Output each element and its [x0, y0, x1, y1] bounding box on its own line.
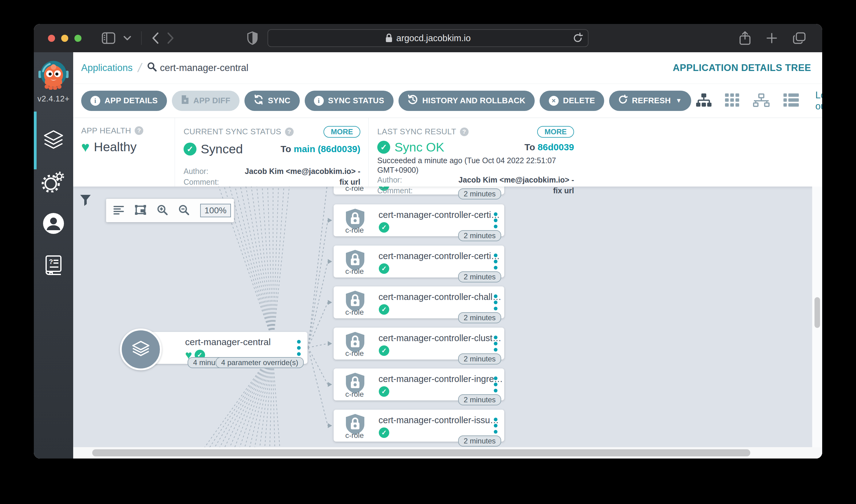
resource-name: cert-manager-controller-ingre…	[378, 374, 503, 384]
resource-kind-label: c-role	[343, 431, 366, 440]
sidebar-item-applications[interactable]	[34, 120, 73, 161]
chevron-down-icon: ▼	[676, 97, 682, 104]
app-toolbar: i APP DETAILS APP DIFF SYNC i	[73, 84, 822, 118]
breadcrumb-applications-link[interactable]: Applications	[81, 62, 132, 73]
vertical-scrollbar-thumb[interactable]	[815, 297, 820, 328]
sidebar-item-settings[interactable]	[34, 161, 73, 203]
fit-to-screen-icon[interactable]	[135, 205, 146, 216]
app-diff-button[interactable]: APP DIFF	[172, 91, 239, 111]
chevron-down-icon[interactable]	[123, 36, 131, 40]
refresh-button[interactable]: REFRESH ▼	[609, 91, 691, 111]
resource-tree-canvas[interactable]: 100% cert-manager-central ♥ ✓ 4 minutes …	[73, 186, 822, 447]
gear-icon	[41, 171, 66, 194]
last-sync-more-button[interactable]: MORE	[537, 126, 574, 138]
resource-name: cert-manager-controller-certi…	[378, 251, 500, 261]
resource-node-card[interactable]: cert-manager-controller-certi… ✓ c-role …	[334, 204, 504, 236]
help-icon[interactable]: ?	[285, 128, 293, 136]
age-badge: 2 minutes	[458, 435, 501, 447]
age-badge: 2 minutes	[458, 394, 501, 406]
last-sync-label: LAST SYNC RESULT	[377, 127, 456, 137]
reload-icon[interactable]	[572, 33, 583, 43]
delete-button[interactable]: × DELETE	[540, 91, 604, 111]
forward-icon[interactable]	[167, 32, 174, 44]
synced-check-icon: ✓	[379, 345, 389, 356]
author-row: Author: Jacob Kim <me@jacobkim.io> -	[377, 176, 574, 184]
history-rollback-button[interactable]: HISTORY AND ROLLBACK	[398, 91, 535, 111]
app-details-button[interactable]: i APP DETAILS	[81, 91, 167, 111]
svg-text:?: ?	[49, 258, 53, 266]
version-label: v2.4.12+	[37, 94, 70, 104]
resource-kind-label: c-role	[343, 226, 366, 234]
sync-more-button[interactable]: MORE	[323, 126, 360, 138]
logout-link[interactable]: Log out	[816, 90, 822, 112]
share-icon[interactable]	[739, 31, 751, 45]
address-bar[interactable]: argocd.jacobkim.io	[268, 29, 588, 47]
resource-kind-label: c-role	[343, 390, 366, 399]
back-icon[interactable]	[151, 32, 159, 44]
kebab-menu-icon[interactable]	[494, 254, 498, 270]
current-sync-section: CURRENT SYNC STATUS ? MORE ✓ Synced To m…	[175, 118, 368, 186]
grid-view-icon[interactable]	[725, 93, 739, 108]
author-row: Author: Jacob Kim <me@jacobkim.io> -	[183, 167, 360, 176]
sidebar-item-help[interactable]: ?	[34, 245, 73, 287]
resource-node-card[interactable]: cert-manager-controller-chall… ✓ c-role …	[334, 286, 504, 318]
resource-name: cert-manager-controller-chall…	[378, 292, 501, 302]
zoom-level-value[interactable]: 100%	[200, 204, 231, 217]
zoom-in-icon[interactable]	[157, 205, 167, 216]
sidebar-toggle-icon[interactable]	[102, 32, 115, 44]
zoom-window-button[interactable]	[74, 35, 82, 42]
override-badge: 4 parameter override(s)	[216, 357, 304, 368]
sync-value: Synced	[201, 142, 243, 157]
kebab-menu-icon[interactable]	[494, 294, 498, 310]
diff-file-icon	[181, 95, 189, 107]
desktop-background: argocd.jacobkim.io	[0, 0, 856, 504]
resource-name: cert-manager-controller-clust…	[378, 333, 501, 343]
help-icon[interactable]: ?	[135, 126, 143, 135]
sync-revision-link[interactable]: main (86d0039)	[293, 144, 360, 154]
resource-node-card[interactable]: cert-manager-controller-clust… ✓ c-role …	[334, 328, 504, 360]
url-text: argocd.jacobkim.io	[396, 33, 471, 43]
new-tab-icon[interactable]	[766, 33, 777, 43]
sync-button[interactable]: SYNC	[245, 91, 300, 111]
close-window-button[interactable]	[48, 35, 55, 42]
history-icon	[408, 95, 418, 107]
info-icon: i	[90, 96, 100, 106]
help-icon[interactable]: ?	[460, 128, 468, 136]
horizontal-scrollbar-thumb[interactable]	[92, 449, 750, 456]
last-sync-revision-link[interactable]: 86d0039	[538, 142, 574, 152]
breadcrumb-separator: /	[137, 61, 143, 75]
sync-status-button[interactable]: i SYNC STATUS	[305, 91, 394, 111]
browser-window: argocd.jacobkim.io	[34, 24, 822, 458]
horizontal-scrollbar[interactable]	[73, 447, 822, 458]
x-circle-icon: ×	[549, 96, 559, 106]
minimize-window-button[interactable]	[61, 35, 68, 42]
layout-icon[interactable]	[113, 205, 124, 216]
resource-kind-label: c-role	[343, 267, 366, 276]
app-health-section: APP HEALTH ? ♥ Healthy	[81, 118, 175, 186]
kebab-menu-icon[interactable]	[494, 212, 498, 228]
age-badge: 2 minutes	[458, 354, 501, 364]
kebab-menu-icon[interactable]	[494, 418, 498, 434]
vertical-scrollbar[interactable]	[812, 186, 822, 447]
filter-icon[interactable]	[80, 195, 91, 208]
app-node-card[interactable]: cert-manager-central ♥ ✓ 4 minutes 4 par…	[145, 332, 307, 364]
resource-node-card[interactable]: cert-manager-controller-issu… ✓ c-role 2…	[334, 410, 504, 442]
kebab-menu-icon[interactable]	[494, 376, 498, 393]
breadcrumb-app-name[interactable]: cert-manager-central	[160, 62, 248, 73]
check-circle-icon: ✓	[183, 143, 196, 156]
network-view-icon[interactable]	[753, 93, 770, 108]
last-sync-value: Sync OK	[394, 140, 444, 155]
list-view-icon[interactable]	[783, 93, 799, 108]
kebab-menu-icon[interactable]	[494, 336, 498, 352]
tab-overview-icon[interactable]	[793, 32, 806, 44]
zoom-out-icon[interactable]	[179, 205, 189, 216]
comment-row: Comment: fix url	[377, 186, 574, 195]
tree-view-icon[interactable]	[696, 93, 712, 108]
privacy-shield-icon[interactable]	[247, 31, 258, 45]
sidebar-item-user[interactable]	[34, 203, 73, 245]
resource-node-card[interactable]: cert-manager-controller-ingre… ✓ c-role …	[334, 368, 504, 400]
resource-node-card[interactable]: cert-manager-controller-certi… ✓ c-role …	[334, 246, 504, 277]
kebab-menu-icon[interactable]	[297, 340, 301, 356]
graph-zoom-toolbar: 100%	[106, 199, 234, 222]
app-node-circle[interactable]	[120, 328, 162, 370]
